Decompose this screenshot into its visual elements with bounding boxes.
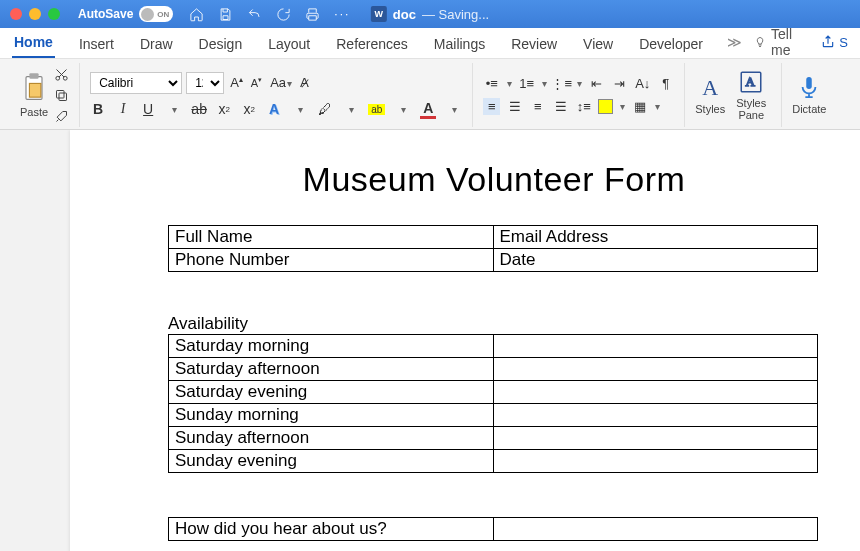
dictate-button[interactable]: Dictate [792,75,826,115]
ribbon-tabs: Home Insert Draw Design Layout Reference… [0,28,860,58]
table-row: Sunday afternoon [169,427,818,450]
tab-design[interactable]: Design [197,30,245,58]
bold-button[interactable]: B [90,101,106,117]
svg-rect-9 [807,77,813,89]
clear-format-icon[interactable]: A̷ [298,75,311,90]
font-group: Calibri 12 A▴ A▾ Aa▾ A̷ B I U▾ ab x2 x2 … [80,63,473,127]
svg-rect-2 [29,83,40,97]
availability-table[interactable]: Saturday morning Saturday afternoon Satu… [168,334,818,473]
strikethrough-button[interactable]: ab [191,101,207,117]
maximize-window-button[interactable] [48,8,60,20]
dictate-group: Dictate [782,63,836,127]
styles-pane-icon: A [738,69,764,95]
align-left-icon[interactable]: ≡ [483,98,500,115]
change-case-icon[interactable]: Aa▾ [268,75,294,90]
paragraph-group: •≡▾ 1≡▾ ⋮≡▾ ⇤ ⇥ A↓ ¶ ≡ ☰ ≡ ☰ ↕≡ ▾ ▦▾ [473,63,685,127]
pen-highlight-icon[interactable]: 🖊 [317,101,333,117]
minimize-window-button[interactable] [29,8,41,20]
page: Museum Volunteer Form Full NameEmail Add… [70,130,860,551]
window-controls [10,8,60,20]
table-row: Saturday morning [169,335,818,358]
highlight-color-icon[interactable]: ab [368,104,385,115]
borders-icon[interactable]: ▦ [631,98,648,115]
document-title: W doc — Saving... [371,6,489,22]
styles-group: A Styles A Styles Pane [685,63,782,127]
table-row: Sunday morning [169,404,818,427]
font-color-icon[interactable]: A [420,100,436,119]
styles-button[interactable]: A Styles [695,75,725,115]
svg-rect-5 [59,93,67,101]
increase-font-icon[interactable]: A▴ [228,75,245,90]
tab-developer[interactable]: Developer [637,30,705,58]
more-tabs-icon[interactable]: ≫ [727,34,742,50]
tab-references[interactable]: References [334,30,410,58]
hear-about-table[interactable]: How did you hear about us? [168,517,818,541]
tab-layout[interactable]: Layout [266,30,312,58]
svg-text:A: A [746,74,756,89]
tab-home[interactable]: Home [12,28,55,58]
quick-access-toolbar: ··· [189,7,350,22]
table-row: Saturday afternoon [169,358,818,381]
svg-rect-1 [29,73,38,79]
home-icon[interactable] [189,7,204,22]
align-center-icon[interactable]: ☰ [506,98,523,115]
lightbulb-icon [754,35,766,49]
table-row: Sunday evening [169,450,818,473]
save-icon[interactable] [218,7,233,22]
tab-view[interactable]: View [581,30,615,58]
bullets-icon[interactable]: •≡ [483,75,500,92]
tab-review[interactable]: Review [509,30,559,58]
sort-icon[interactable]: A↓ [634,75,651,92]
tab-draw[interactable]: Draw [138,30,175,58]
svg-rect-6 [57,90,65,98]
close-window-button[interactable] [10,8,22,20]
table-row: Saturday evening [169,381,818,404]
autosave-label: AutoSave [78,7,133,21]
document-area[interactable]: Museum Volunteer Form Full NameEmail Add… [0,130,860,551]
tab-insert[interactable]: Insert [77,30,116,58]
decrease-indent-icon[interactable]: ⇤ [588,75,605,92]
table-row: How did you hear about us? [169,518,818,541]
more-icon[interactable]: ··· [334,7,350,21]
paste-button[interactable]: Paste [20,72,48,118]
superscript-button[interactable]: x2 [241,101,257,117]
multilevel-icon[interactable]: ⋮≡ [553,75,570,92]
line-spacing-icon[interactable]: ↕≡ [575,98,592,115]
clipboard-icon [20,72,48,104]
titlebar: AutoSave ON ··· W doc — Saving... [0,0,860,28]
font-name-select[interactable]: Calibri [90,72,182,94]
format-painter-icon[interactable] [54,109,69,124]
font-size-select[interactable]: 12 [186,72,224,94]
align-right-icon[interactable]: ≡ [529,98,546,115]
decrease-font-icon[interactable]: A▾ [249,76,264,89]
table-row: Full NameEmail Address [169,226,818,249]
copy-icon[interactable] [54,88,69,103]
styles-pane-button[interactable]: A Styles Pane [731,69,771,121]
text-effects-icon[interactable]: A [266,101,282,117]
clipboard-group: Paste [10,63,80,127]
italic-button[interactable]: I [115,101,131,117]
contact-table[interactable]: Full NameEmail Address Phone NumberDate [168,225,818,272]
undo-icon[interactable] [247,7,262,22]
show-marks-icon[interactable]: ¶ [657,75,674,92]
availability-label: Availability [168,314,820,334]
shading-icon[interactable] [598,99,613,114]
increase-indent-icon[interactable]: ⇥ [611,75,628,92]
print-icon[interactable] [305,7,320,22]
page-title: Museum Volunteer Form [168,160,820,199]
underline-button[interactable]: U [140,101,156,117]
tab-mailings[interactable]: Mailings [432,30,487,58]
microphone-icon [798,75,820,101]
tell-me[interactable]: Tell me [754,26,809,58]
table-row: Phone NumberDate [169,249,818,272]
word-app-icon: W [371,6,387,22]
numbering-icon[interactable]: 1≡ [518,75,535,92]
autosave-toggle[interactable]: AutoSave ON [78,6,173,22]
ribbon: Paste Calibri 12 A▴ A▾ Aa▾ A̷ B I U▾ ab … [0,58,860,130]
subscript-button[interactable]: x2 [216,101,232,117]
cut-icon[interactable] [54,67,69,82]
justify-icon[interactable]: ☰ [552,98,569,115]
share-icon [821,35,835,49]
share-button[interactable]: S [821,35,848,50]
redo-icon[interactable] [276,7,291,22]
